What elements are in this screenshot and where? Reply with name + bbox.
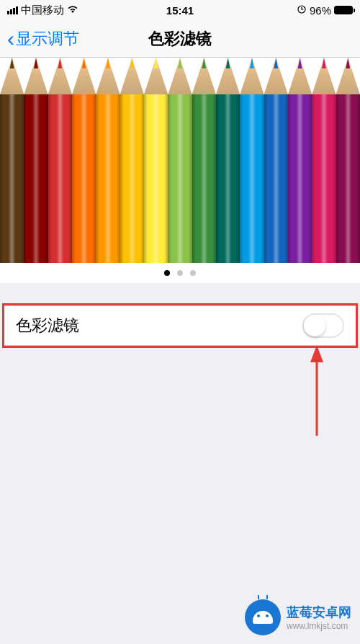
page-indicator[interactable] xyxy=(0,263,360,283)
carrier-label: 中国移动 xyxy=(21,4,64,17)
status-time: 15:41 xyxy=(166,4,194,17)
pencil xyxy=(264,58,288,263)
status-left: 中国移动 xyxy=(7,4,78,17)
chevron-left-icon: ‹ xyxy=(7,28,14,50)
pencil xyxy=(0,58,24,263)
color-filter-row: 色彩滤镜 xyxy=(4,305,356,346)
status-right: 96% xyxy=(297,4,353,17)
pencil xyxy=(240,58,264,263)
signal-icon xyxy=(7,6,18,14)
watermark-logo-icon xyxy=(245,599,281,635)
status-bar: 中国移动 15:41 96% xyxy=(0,0,360,20)
pencil xyxy=(48,58,72,263)
pencil xyxy=(168,58,192,263)
spacer xyxy=(0,283,360,303)
pencil xyxy=(24,58,48,263)
rotation-lock-icon xyxy=(297,4,307,17)
pencil xyxy=(120,58,144,263)
watermark: 蓝莓安卓网 www.lmkjst.com xyxy=(245,599,351,635)
battery-percent: 96% xyxy=(310,4,331,17)
wifi-icon xyxy=(67,4,78,16)
nav-bar: ‹ 显示调节 色彩滤镜 xyxy=(0,20,360,58)
page-dot[interactable] xyxy=(164,270,170,276)
pencil xyxy=(72,58,96,263)
watermark-title: 蓝莓安卓网 xyxy=(287,604,351,621)
battery-icon xyxy=(334,6,353,14)
toggle-knob xyxy=(304,315,325,336)
pencil xyxy=(312,58,336,263)
page-dot[interactable] xyxy=(190,270,196,276)
color-filter-toggle[interactable] xyxy=(302,313,344,338)
pencil xyxy=(96,58,120,263)
pencil xyxy=(216,58,240,263)
setting-label: 色彩滤镜 xyxy=(16,315,79,336)
pencil xyxy=(144,58,168,263)
page-dot[interactable] xyxy=(177,270,183,276)
pencil xyxy=(192,58,216,263)
pencils-preview[interactable] xyxy=(0,58,360,263)
page-title: 色彩滤镜 xyxy=(148,28,212,50)
back-label: 显示调节 xyxy=(16,28,79,50)
pencil xyxy=(336,58,360,263)
back-button[interactable]: ‹ 显示调节 xyxy=(7,28,79,50)
highlight-annotation: 色彩滤镜 xyxy=(2,303,358,348)
arrow-annotation xyxy=(302,346,331,442)
pencil xyxy=(288,58,312,263)
watermark-url: www.lmkjst.com xyxy=(287,621,351,631)
